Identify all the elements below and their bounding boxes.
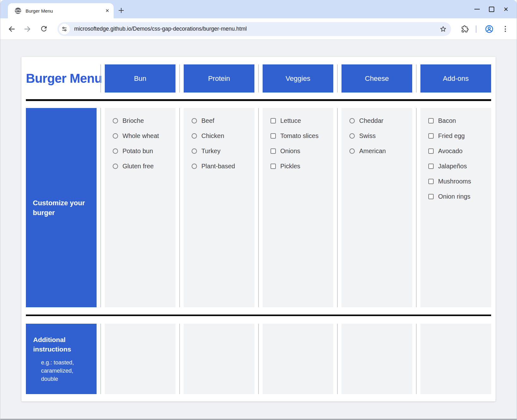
radio-beef[interactable] xyxy=(192,118,197,123)
burger-menu-card: Burger Menu Bun Protein Veggies Cheese A… xyxy=(21,57,496,401)
additional-instructions-hint: e.g.: toasted, caramelized, double xyxy=(41,358,82,383)
profile-button[interactable] xyxy=(485,25,494,33)
option-label: Mushrooms xyxy=(438,178,471,185)
section-header-protein: Protein xyxy=(184,64,254,93)
checkbox-onions[interactable] xyxy=(270,148,276,154)
close-icon: ✕ xyxy=(503,6,508,12)
radio-turkey[interactable] xyxy=(192,148,197,154)
additional-instructions-box: Additional instructions e.g.: toasted, c… xyxy=(26,324,97,394)
browser-tab[interactable]: Burger Menu ✕ xyxy=(8,3,114,18)
notes-input-veggies[interactable] xyxy=(263,324,333,394)
radio-chicken[interactable] xyxy=(192,133,197,139)
bookmark-button[interactable] xyxy=(439,25,447,33)
tab-title: Burger Menu xyxy=(26,8,104,14)
option-label: American xyxy=(359,147,386,155)
page-viewport: Burger Menu Bun Protein Veggies Cheese A… xyxy=(0,39,517,419)
minimize-button[interactable] xyxy=(470,0,484,18)
option-fried-egg[interactable]: Fried egg xyxy=(428,131,489,140)
bun-options-column: Brioche Whole wheat Potato bun Gluten fr… xyxy=(105,108,175,307)
checkbox-pickles[interactable] xyxy=(270,164,276,169)
horizontal-rule-top xyxy=(26,99,491,101)
globe-icon xyxy=(14,7,22,15)
option-turkey[interactable]: Turkey xyxy=(192,147,252,155)
maximize-button[interactable] xyxy=(484,0,499,18)
checkbox-mushrooms[interactable] xyxy=(428,179,434,184)
checkbox-bacon[interactable] xyxy=(428,118,434,123)
option-tomato-slices[interactable]: Tomato slices xyxy=(270,131,331,140)
customize-label-box: Customize your burger xyxy=(26,108,97,307)
option-label: Avocado xyxy=(438,147,462,155)
option-american[interactable]: American xyxy=(349,147,410,155)
option-onions[interactable]: Onions xyxy=(270,147,331,155)
browser-toolbar: microsoftedge.github.io/Demos/css-gap-de… xyxy=(0,18,517,39)
notes-input-bun[interactable] xyxy=(105,324,175,394)
option-avocado[interactable]: Avocado xyxy=(428,147,489,155)
option-beef[interactable]: Beef xyxy=(192,116,252,125)
window-controls: ✕ xyxy=(470,0,513,18)
option-brioche[interactable]: Brioche xyxy=(113,116,173,125)
option-chicken[interactable]: Chicken xyxy=(192,131,252,140)
checkbox-jalapenos[interactable] xyxy=(428,164,434,169)
addons-options-column: Bacon Fried egg Avocado Jalapeños xyxy=(420,108,491,307)
option-swiss[interactable]: Swiss xyxy=(349,131,410,140)
notes-cell-addons xyxy=(420,324,491,394)
option-label: Onions xyxy=(280,147,300,155)
radio-american[interactable] xyxy=(349,148,355,154)
option-jalapenos[interactable]: Jalapeños xyxy=(428,162,489,171)
section-header-veggies: Veggies xyxy=(263,64,333,93)
notes-input-protein[interactable] xyxy=(184,324,254,394)
notes-input-cheese[interactable] xyxy=(342,324,412,394)
notes-cell-bun xyxy=(105,324,175,394)
site-info-button[interactable] xyxy=(59,24,70,34)
address-bar[interactable]: microsoftedge.github.io/Demos/css-gap-de… xyxy=(57,22,451,36)
section-header-addons: Add-ons xyxy=(420,64,491,93)
option-cheddar[interactable]: Cheddar xyxy=(349,116,410,125)
account-icon xyxy=(485,25,494,33)
extensions-button[interactable] xyxy=(461,25,469,33)
option-label: Cheddar xyxy=(359,117,383,124)
radio-brioche[interactable] xyxy=(113,118,118,123)
option-gluten-free[interactable]: Gluten free xyxy=(113,162,173,171)
kebab-menu-icon xyxy=(505,28,506,30)
radio-whole-wheat[interactable] xyxy=(113,133,118,139)
notes-cell-veggies xyxy=(263,324,333,394)
radio-potato-bun[interactable] xyxy=(113,148,118,154)
page-title: Burger Menu xyxy=(26,71,102,86)
option-mushrooms[interactable]: Mushrooms xyxy=(428,177,489,186)
notes-input-addons[interactable] xyxy=(420,324,491,394)
option-label: Gluten free xyxy=(122,163,154,170)
checkbox-fried-egg[interactable] xyxy=(428,133,434,139)
customize-label: Customize your burger xyxy=(33,198,91,218)
back-button[interactable] xyxy=(7,25,16,33)
option-label: Plant-based xyxy=(201,163,235,170)
option-label: Bacon xyxy=(438,117,456,124)
toolbar-divider xyxy=(476,25,477,33)
checkbox-tomato-slices[interactable] xyxy=(270,133,276,139)
option-label: Beef xyxy=(201,117,214,124)
new-tab-button[interactable] xyxy=(118,7,125,14)
radio-plant-based[interactable] xyxy=(192,164,197,169)
section-header-bun: Bun xyxy=(105,64,175,93)
option-lettuce[interactable]: Lettuce xyxy=(270,116,331,125)
checkbox-lettuce[interactable] xyxy=(270,118,276,123)
reload-button[interactable] xyxy=(40,25,49,33)
menu-header-row: Burger Menu Bun Protein Veggies Cheese A… xyxy=(26,64,491,93)
browser-menu-button[interactable] xyxy=(503,25,508,33)
protein-options-column: Beef Chicken Turkey Plant-based xyxy=(184,108,254,307)
option-bacon[interactable]: Bacon xyxy=(428,116,489,125)
option-whole-wheat[interactable]: Whole wheat xyxy=(113,131,173,140)
option-plant-based[interactable]: Plant-based xyxy=(192,162,252,171)
close-button[interactable]: ✕ xyxy=(499,0,513,18)
option-pickles[interactable]: Pickles xyxy=(270,162,331,171)
option-label: Brioche xyxy=(122,117,144,124)
arrow-left-icon xyxy=(7,25,16,33)
option-onion-rings[interactable]: Onion rings xyxy=(428,192,489,201)
checkbox-onion-rings[interactable] xyxy=(428,194,434,199)
radio-cheddar[interactable] xyxy=(349,118,355,123)
forward-button[interactable] xyxy=(23,25,32,33)
tab-close-icon[interactable]: ✕ xyxy=(104,8,110,14)
checkbox-avocado[interactable] xyxy=(428,148,434,154)
radio-gluten-free[interactable] xyxy=(113,164,118,169)
radio-swiss[interactable] xyxy=(349,133,355,139)
option-potato-bun[interactable]: Potato bun xyxy=(113,147,173,155)
